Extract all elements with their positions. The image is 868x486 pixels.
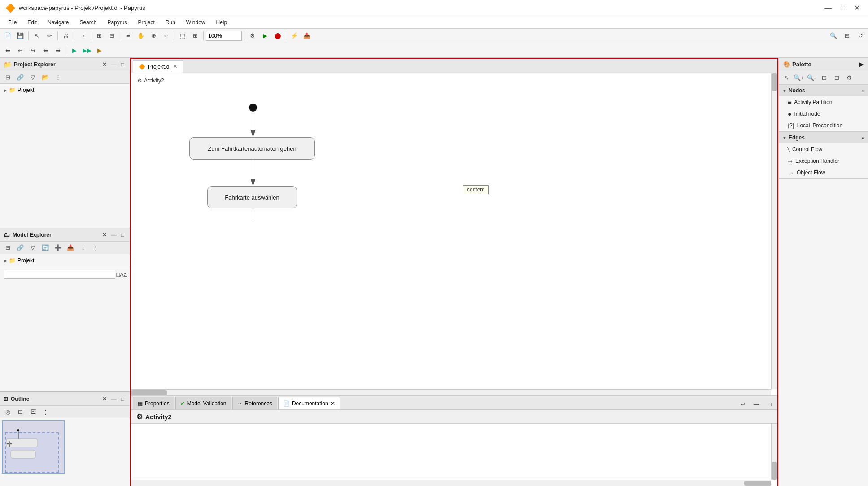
hscroll-handle[interactable]	[131, 390, 167, 395]
palette-item-local-precondition[interactable]: {?} Local Precondition	[779, 120, 868, 131]
vscroll-handle[interactable]	[772, 73, 777, 91]
palette-settings-btn[interactable]: ⚙	[843, 73, 855, 83]
debug-button[interactable]: ⬤	[272, 30, 284, 41]
bottom-panel-min-btn[interactable]: —	[750, 399, 762, 409]
palette-nodes-header[interactable]: ▼ Nodes «	[779, 85, 868, 96]
tab-projekt-close[interactable]: ✕	[173, 64, 177, 69]
run-button[interactable]: ▶	[259, 30, 271, 41]
bottom-vscroll[interactable]	[771, 424, 777, 480]
snap-button[interactable]: ⊕	[148, 30, 159, 41]
new-button[interactable]: 📄	[2, 30, 13, 41]
menu-search[interactable]: Search	[75, 18, 101, 27]
menu-help[interactable]: Help	[212, 18, 232, 27]
back-button[interactable]: ⬅	[39, 45, 51, 56]
menu-run[interactable]: Run	[161, 18, 180, 27]
redo-button[interactable]: ↪	[27, 45, 39, 56]
me-sync-btn[interactable]: 🔄	[39, 243, 51, 253]
tab-properties[interactable]: ▦ Properties	[133, 397, 174, 409]
palette-expand-btn[interactable]: ▶	[859, 61, 864, 68]
project-tree-item[interactable]: ▶ 📁 Projekt	[0, 86, 130, 95]
me-filter-btn[interactable]: ▽	[27, 243, 39, 253]
me-collapse-btn[interactable]: ⊟	[2, 243, 13, 253]
palette-edges-header[interactable]: ▼ Edges «	[779, 132, 868, 143]
zoom-input[interactable]: 100%	[206, 31, 242, 41]
palette-item-object-flow[interactable]: → Object Flow	[779, 167, 868, 178]
palette-item-initial-node[interactable]: ● Initial node	[779, 108, 868, 120]
project-explorer-max[interactable]: □	[119, 61, 126, 68]
edit-button[interactable]: ✏	[44, 30, 55, 41]
menu-project[interactable]: Project	[133, 18, 159, 27]
export-button[interactable]: 📤	[301, 30, 313, 41]
search-button[interactable]: 🔍	[828, 30, 839, 41]
action-node-2[interactable]: Fahrkarte auswählen	[207, 186, 297, 208]
palette-item-exception-handler[interactable]: ⇒ Exception Handler	[779, 155, 868, 167]
select-button[interactable]: ⬚	[177, 30, 188, 41]
menu-navigate[interactable]: Navigate	[43, 18, 73, 27]
menu-file[interactable]: File	[4, 18, 21, 27]
outline-min[interactable]: —	[109, 395, 118, 403]
settings-button[interactable]: ⚙	[247, 30, 258, 41]
maximize-button[interactable]: □	[838, 3, 848, 13]
collapse-all-btn[interactable]: ⊟	[2, 72, 13, 83]
outline-btn2[interactable]: ⊡	[14, 407, 26, 417]
save-button[interactable]: 💾	[14, 30, 26, 41]
palette-select-btn[interactable]: ↖	[781, 73, 792, 83]
project-explorer-close[interactable]: ✕	[100, 61, 109, 68]
me-import-btn[interactable]: 📥	[65, 243, 76, 253]
diagram-hscroll[interactable]	[131, 389, 771, 395]
model-explorer-min[interactable]: —	[109, 231, 118, 239]
connect-button[interactable]: ↔	[160, 30, 172, 41]
model-search-input[interactable]	[4, 270, 115, 279]
menu-edit[interactable]: Edit	[23, 18, 41, 27]
diagram-nav3[interactable]: ▶	[94, 45, 105, 56]
outline-max[interactable]: □	[119, 395, 126, 403]
open-resource-btn[interactable]: 📂	[39, 72, 51, 83]
tab-documentation[interactable]: 📄 Documentation ✕	[278, 397, 340, 409]
palette-search-btn[interactable]: ⊞	[818, 73, 830, 83]
editor-tab-projekt[interactable]: 🔶 Projekt.di ✕	[133, 60, 183, 73]
bottom-panel-nav-btn[interactable]: ↩	[737, 399, 749, 409]
bottom-hscroll[interactable]	[131, 480, 771, 486]
refresh-button[interactable]: ↺	[855, 30, 866, 41]
action-node-1[interactable]: Zum Fahrtkartenautomaten gehen	[189, 137, 315, 160]
hand-button[interactable]: ✋	[135, 30, 147, 41]
model-search-options-btn[interactable]: □Aa	[117, 269, 126, 280]
outline-close[interactable]: ✕	[100, 395, 109, 403]
grid-button[interactable]: ⊟	[106, 30, 118, 41]
filter-btn[interactable]: ▽	[27, 72, 39, 83]
undo-nav-button[interactable]: ⬅	[2, 45, 13, 56]
minimize-button[interactable]: —	[822, 3, 834, 13]
me-sort-btn[interactable]: ↕	[77, 243, 89, 253]
me-link-btn[interactable]: 🔗	[14, 243, 26, 253]
model-tree-item[interactable]: ▶ 📁 Projekt	[0, 256, 130, 265]
project-explorer-min[interactable]: —	[109, 61, 118, 68]
palette-zoom-in-btn[interactable]: 🔍+	[793, 73, 805, 83]
me-new-btn[interactable]: ➕	[52, 243, 64, 253]
bottom-panel-max-btn[interactable]: □	[764, 399, 776, 409]
model-explorer-max[interactable]: □	[119, 231, 126, 239]
tab-model-validation[interactable]: ✔ Model Validation	[175, 397, 231, 409]
undo-button[interactable]: ↩	[14, 45, 26, 56]
cursor-button[interactable]: ↖	[31, 30, 43, 41]
outline-btn1[interactable]: ◎	[2, 407, 13, 417]
generate-button[interactable]: ⚡	[288, 30, 300, 41]
model-explorer-close[interactable]: ✕	[100, 231, 109, 239]
view-menu-btn[interactable]: ⋮	[52, 72, 64, 83]
print-button[interactable]: 🖨	[60, 30, 72, 41]
tab-documentation-close[interactable]: ✕	[331, 400, 335, 407]
palette-item-activity-partition[interactable]: ≡ Activity Partition	[779, 96, 868, 108]
arrow-button[interactable]: →	[77, 30, 88, 41]
tab-references[interactable]: ↔ References	[232, 397, 277, 409]
forward-button[interactable]: ➡	[52, 45, 64, 56]
diagram-area[interactable]: ⚙ Activity2 Zum Fa	[131, 73, 777, 395]
palette-item-control-flow[interactable]: / Control Flow	[779, 143, 868, 155]
diagram-nav2[interactable]: ▶▶	[81, 45, 93, 56]
align-button[interactable]: ≡	[122, 30, 134, 41]
menu-papyrus[interactable]: Papyrus	[103, 18, 131, 27]
menu-window[interactable]: Window	[182, 18, 210, 27]
layout-button[interactable]: ⊞	[93, 30, 105, 41]
palette-zoom-out-btn[interactable]: 🔍-	[806, 73, 817, 83]
outline-btn3[interactable]: 🖼	[27, 407, 39, 417]
diagram-vscroll[interactable]	[771, 73, 777, 389]
link-with-editor-btn[interactable]: 🔗	[14, 72, 26, 83]
